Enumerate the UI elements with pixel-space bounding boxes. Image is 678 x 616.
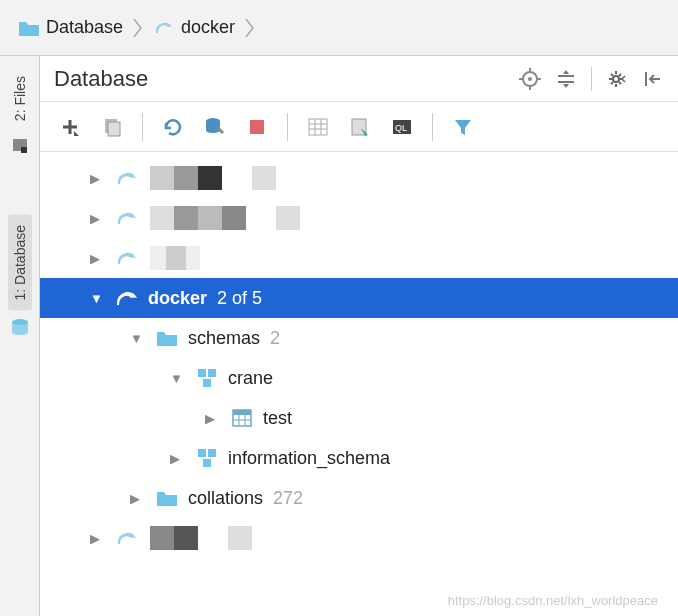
chevron-right-icon — [243, 16, 257, 40]
tree-datasource-item[interactable]: ▶ — [40, 518, 678, 558]
dolphin-icon — [153, 17, 175, 39]
folder-icon — [156, 329, 178, 347]
tab-files[interactable]: 2: Files — [8, 66, 32, 131]
svg-rect-18 — [250, 120, 264, 134]
database-icon — [10, 317, 30, 337]
toolbar: QL — [40, 102, 678, 152]
chevron-right-icon — [131, 16, 145, 40]
collapse-arrow-icon: ▼ — [130, 331, 148, 346]
database-tree: ▶ ▶ ▶ ▼ docker 2 of 5 ▼ — [40, 152, 678, 616]
tab-database[interactable]: 1: Database — [8, 215, 32, 311]
table-icon — [231, 408, 253, 428]
collapse-icon[interactable] — [642, 68, 664, 90]
expand-arrow-icon: ▶ — [90, 211, 108, 226]
db-wrench-button[interactable] — [199, 111, 231, 143]
collapse-arrow-icon: ▼ — [170, 371, 188, 386]
table-view-button[interactable] — [302, 111, 334, 143]
table-name: test — [263, 408, 292, 429]
expand-arrow-icon: ▶ — [90, 531, 108, 546]
left-gutter: 2: Files 1: Database — [0, 56, 40, 616]
dolphin-icon — [115, 527, 139, 549]
tree-table-test[interactable]: ▶ test — [40, 398, 678, 438]
expand-arrow-icon: ▶ — [205, 411, 223, 426]
redacted-label — [150, 206, 300, 230]
tree-schemas-folder[interactable]: ▼ schemas 2 — [40, 318, 678, 358]
svg-rect-36 — [208, 449, 216, 457]
add-button[interactable] — [54, 111, 86, 143]
redacted-label — [150, 526, 252, 550]
schema-icon — [196, 447, 218, 469]
breadcrumb-root[interactable]: Database — [12, 13, 129, 42]
svg-rect-19 — [309, 119, 327, 135]
collapse-arrow-icon: ▼ — [90, 291, 108, 306]
expand-arrow-icon: ▶ — [90, 251, 108, 266]
split-icon[interactable] — [555, 68, 577, 90]
svg-rect-29 — [203, 379, 211, 387]
tree-datasource-item[interactable]: ▶ — [40, 238, 678, 278]
svg-rect-31 — [233, 410, 251, 415]
datasource-count: 2 of 5 — [217, 288, 262, 309]
svg-rect-35 — [198, 449, 206, 457]
tree-schema-information[interactable]: ▶ information_schema — [40, 438, 678, 478]
tree-collations-folder[interactable]: ▶ collations 272 — [40, 478, 678, 518]
svg-point-11 — [613, 76, 619, 82]
schema-name: crane — [228, 368, 273, 389]
svg-rect-16 — [108, 122, 120, 136]
breadcrumb-root-label: Database — [46, 17, 123, 38]
svg-point-4 — [528, 77, 532, 81]
schema-icon — [196, 367, 218, 389]
tree-schema-crane[interactable]: ▼ crane — [40, 358, 678, 398]
dolphin-icon — [115, 247, 139, 269]
schema-name: information_schema — [228, 448, 390, 469]
breadcrumb-current-label: docker — [181, 17, 235, 38]
dolphin-icon — [114, 286, 140, 310]
breadcrumb-current[interactable]: docker — [147, 13, 241, 43]
dolphin-icon — [115, 207, 139, 229]
edit-button[interactable] — [344, 111, 376, 143]
folder-count: 272 — [273, 488, 303, 509]
folder-icon — [18, 19, 40, 37]
panel-header: Database — [40, 56, 678, 102]
panel-title: Database — [54, 66, 148, 92]
expand-arrow-icon: ▶ — [90, 171, 108, 186]
redacted-label — [150, 166, 276, 190]
tree-datasource-item[interactable]: ▶ — [40, 158, 678, 198]
tree-datasource-docker[interactable]: ▼ docker 2 of 5 — [40, 278, 678, 318]
expand-arrow-icon: ▶ — [170, 451, 188, 466]
filter-button[interactable] — [447, 111, 479, 143]
target-icon[interactable] — [519, 68, 541, 90]
database-panel: Database QL — [40, 56, 678, 616]
expand-arrow-icon: ▶ — [130, 491, 148, 506]
folder-count: 2 — [270, 328, 280, 349]
copy-button[interactable] — [96, 111, 128, 143]
tree-datasource-item[interactable]: ▶ — [40, 198, 678, 238]
sql-button[interactable]: QL — [386, 111, 418, 143]
files-icon — [11, 137, 29, 155]
refresh-button[interactable] — [157, 111, 189, 143]
folder-label: collations — [188, 488, 263, 509]
folder-icon — [156, 489, 178, 507]
redacted-label — [150, 246, 200, 270]
svg-text:QL: QL — [395, 123, 407, 133]
svg-rect-28 — [208, 369, 216, 377]
folder-label: schemas — [188, 328, 260, 349]
stop-button[interactable] — [241, 111, 273, 143]
dolphin-icon — [115, 167, 139, 189]
gear-icon[interactable] — [606, 68, 628, 90]
svg-rect-1 — [21, 147, 27, 153]
svg-rect-37 — [203, 459, 211, 467]
datasource-name: docker — [148, 288, 207, 309]
breadcrumb: Database docker — [0, 0, 678, 56]
svg-rect-27 — [198, 369, 206, 377]
